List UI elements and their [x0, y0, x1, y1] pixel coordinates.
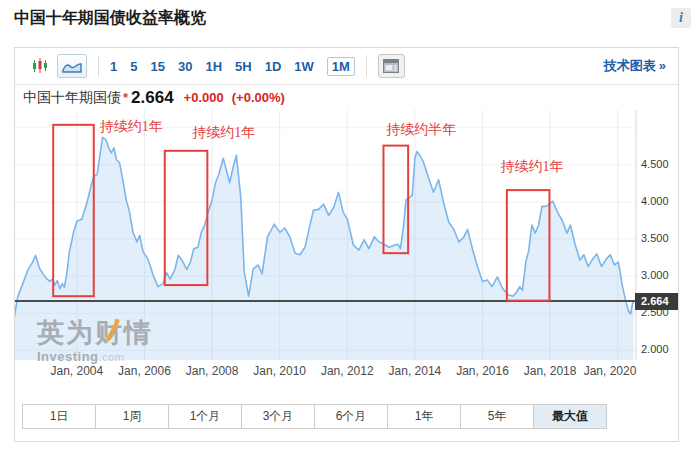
y-tick-label: 4.000 [641, 195, 669, 207]
range-button-3个月[interactable]: 3个月 [241, 404, 315, 429]
interval-button-1h[interactable]: 1H [205, 59, 222, 74]
interval-buttons: 1515301H5H1D1W1M [110, 57, 355, 76]
chart-area: 持续约1年持续约1年持续约半年持续约1年 4.5004.0003.5003.00… [15, 110, 678, 392]
x-axis-labels: Jan, 2004Jan, 2006Jan, 2008Jan, 2010Jan,… [15, 364, 637, 380]
current-price-badge: 2.664 [635, 293, 678, 310]
range-button-5年[interactable]: 5年 [460, 404, 534, 429]
asterisk-marker-icon: * [123, 90, 128, 105]
x-tick-label: Jan, 2008 [177, 364, 247, 378]
interval-button-1m[interactable]: 1M [327, 57, 355, 76]
price-change-percent: (+0.00%) [232, 90, 285, 105]
range-button-最大值[interactable]: 最大值 [533, 404, 607, 429]
range-button-1年[interactable]: 1年 [387, 404, 461, 429]
interval-button-1w[interactable]: 1W [294, 59, 314, 74]
interval-button-1d[interactable]: 1D [265, 59, 282, 74]
range-button-1个月[interactable]: 1个月 [168, 404, 242, 429]
range-button-1日[interactable]: 1日 [22, 404, 96, 429]
news-panel-icon[interactable] [378, 54, 405, 78]
annotation-label: 持续约半年 [386, 122, 456, 137]
x-tick-label: Jan, 2020 [575, 364, 645, 378]
x-tick-label: Jan, 2004 [42, 364, 112, 378]
range-selector-row: 1日1周1个月3个月6个月1年5年最大值 [15, 392, 678, 429]
bond-overview-page: 中国十年期国债收益率概览 i 1515301H5H1D1W1M [0, 0, 700, 462]
yield-area-chart[interactable]: 持续约1年持续约1年持续约半年持续约1年 [15, 110, 637, 360]
range-buttons: 1日1周1个月3个月6个月1年5年最大值 [22, 404, 678, 429]
toolbar-divider [366, 55, 367, 77]
range-button-6个月[interactable]: 6个月 [314, 404, 388, 429]
candlestick-chart-icon[interactable] [31, 57, 49, 75]
y-tick-label: 4.500 [641, 158, 669, 170]
toolbar-divider [98, 55, 99, 77]
interval-button-15[interactable]: 15 [150, 59, 164, 74]
y-tick-label: 2.000 [641, 343, 669, 355]
quote-row: 中国十年期国债 * 2.664 +0.000 (+0.00%) [15, 85, 678, 110]
double-arrow-icon: » [659, 58, 666, 73]
price-change: +0.000 [184, 90, 224, 105]
last-price: 2.664 [131, 88, 174, 108]
range-button-1周[interactable]: 1周 [95, 404, 169, 429]
x-tick-label: Jan, 2014 [380, 364, 450, 378]
interval-button-5h[interactable]: 5H [235, 59, 252, 74]
x-tick-label: Jan, 2006 [109, 364, 179, 378]
interval-button-1[interactable]: 1 [110, 59, 117, 74]
technical-chart-link[interactable]: 技术图表» [604, 57, 678, 75]
x-tick-label: Jan, 2012 [312, 364, 382, 378]
y-tick-label: 3.500 [641, 232, 669, 244]
annotation-label: 持续约1年 [100, 119, 163, 134]
x-tick-label: Jan, 2010 [245, 364, 315, 378]
instrument-name: 中国十年期国债 [23, 89, 121, 107]
x-tick-label: Jan, 2016 [448, 364, 518, 378]
annotation-label: 持续约1年 [500, 159, 563, 174]
interval-button-30[interactable]: 30 [178, 59, 192, 74]
chart-toolbar: 1515301H5H1D1W1M 技术图表» [15, 48, 678, 85]
y-tick-label: 3.000 [641, 269, 669, 281]
annotation-label: 持续约1年 [192, 125, 255, 140]
chart-panel: 1515301H5H1D1W1M 技术图表» 中国十年期国债 * 2.664 [14, 47, 679, 442]
page-title: 中国十年期国债收益率概览 [14, 8, 206, 29]
interval-button-5[interactable]: 5 [130, 59, 137, 74]
area-chart-icon[interactable] [57, 54, 87, 78]
info-icon[interactable]: i [671, 8, 691, 28]
